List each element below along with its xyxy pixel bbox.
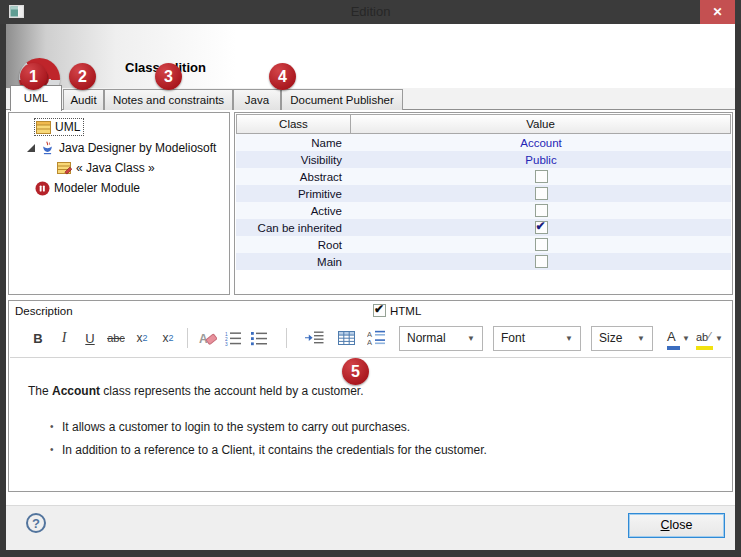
chevron-down-icon: ▼	[565, 334, 573, 343]
tree-item-java-class[interactable]: « Java Class »	[57, 158, 155, 178]
model-tree-panel: UML Java Designer by Modeliosoft « Jav	[8, 112, 230, 295]
window-title: Edition	[0, 4, 741, 19]
property-row-primitive: Primitive	[236, 185, 731, 202]
font-size-dropdown[interactable]: Size▼	[591, 326, 653, 351]
column-header-class[interactable]: Class	[236, 114, 351, 134]
tree-item-label: Java Designer by Modeliosoft	[59, 141, 216, 155]
root-checkbox[interactable]	[535, 238, 548, 251]
paragraph-style-icon[interactable]: A A	[365, 326, 387, 350]
strikethrough-button[interactable]: abc	[105, 326, 127, 350]
main-checkbox[interactable]	[535, 255, 548, 268]
class-properties-panel: Class Value Name Account Visibility Publ…	[234, 112, 733, 295]
tree-item-label: Modeler Module	[54, 181, 140, 195]
property-label: Primitive	[236, 188, 351, 200]
tree-item-label: « Java Class »	[76, 161, 155, 175]
callout-badge-5: 5	[342, 358, 369, 385]
chevron-down-icon: ▼	[637, 334, 645, 343]
property-table-header: Class Value	[236, 114, 731, 134]
uml-class-icon	[36, 121, 51, 134]
dialog-header: Class edition	[6, 24, 735, 88]
bold-button[interactable]: B	[27, 326, 49, 350]
primitive-checkbox[interactable]	[535, 187, 548, 200]
property-row-active: Active	[236, 202, 731, 219]
abstract-checkbox[interactable]	[535, 170, 548, 183]
callout-badge-4: 4	[269, 63, 296, 90]
help-button[interactable]: ?	[26, 513, 46, 533]
modeler-module-icon	[35, 181, 50, 196]
edition-dialog: Edition ✕ Class edition 1 2 3 4 5 UML Au…	[0, 0, 741, 557]
property-row-main: Main	[236, 253, 731, 270]
property-label: Visibility	[236, 154, 351, 166]
column-header-value[interactable]: Value	[351, 114, 731, 134]
superscript-button[interactable]: x2	[157, 326, 179, 350]
callout-badge-1: 1	[20, 63, 47, 90]
title-bar[interactable]: Edition ✕	[0, 0, 741, 24]
property-label: Name	[236, 137, 351, 149]
description-panel: Description HTML B I U abc x2 x2 A 1 2	[8, 300, 733, 492]
insert-table-icon[interactable]	[335, 326, 357, 350]
tab-java[interactable]: Java	[233, 89, 281, 110]
description-bullet-2: In addition to a reference to a Client, …	[62, 443, 487, 457]
java-icon	[40, 141, 55, 155]
svg-text:3: 3	[225, 342, 228, 346]
tree-item-uml[interactable]: UML	[35, 117, 83, 137]
window-close-button[interactable]: ✕	[700, 0, 735, 24]
italic-button[interactable]: I	[53, 326, 75, 350]
font-color-icon[interactable]: A ▼	[667, 327, 690, 350]
property-row-root: Root	[236, 236, 731, 253]
property-label: Abstract	[236, 171, 351, 183]
tree-item-label: UML	[55, 120, 80, 134]
property-label: Can be inherited	[236, 222, 351, 234]
tab-bar: UML Audit Notes and constraints Java Doc…	[6, 88, 735, 110]
description-editor[interactable]: The Account class represents the account…	[10, 358, 731, 490]
property-row-can-be-inherited: Can be inherited	[236, 219, 731, 236]
description-label: Description	[15, 305, 73, 317]
indent-icon[interactable]	[303, 326, 325, 350]
paragraph-style-dropdown[interactable]: Normal▼	[399, 326, 483, 351]
tree-expander-icon[interactable]	[27, 144, 35, 152]
chevron-down-icon: ▼	[682, 334, 690, 343]
html-checkbox[interactable]	[373, 304, 386, 317]
svg-text:A: A	[367, 338, 372, 346]
property-label: Active	[236, 205, 351, 217]
callout-badge-2: 2	[69, 63, 96, 90]
property-row-name: Name Account	[236, 134, 731, 151]
java-class-icon	[57, 162, 72, 175]
close-button[interactable]: Close	[628, 513, 725, 538]
dialog-footer: ? Close	[6, 505, 735, 550]
description-bullet-1: It allows a customer to login to the sys…	[62, 420, 410, 434]
can-be-inherited-checkbox[interactable]	[535, 221, 548, 234]
chevron-down-icon: ▼	[715, 334, 723, 343]
property-label: Main	[236, 256, 351, 268]
property-row-abstract: Abstract	[236, 168, 731, 185]
tab-notes-and-constraints[interactable]: Notes and constraints	[104, 89, 233, 110]
bullet-list-icon[interactable]	[248, 326, 270, 350]
highlight-color-icon[interactable]: ab∕ ▼	[696, 327, 723, 350]
visibility-value-field[interactable]: Public	[351, 154, 731, 166]
active-checkbox[interactable]	[535, 204, 548, 217]
underline-button[interactable]: U	[79, 326, 101, 350]
chevron-down-icon: ▼	[467, 334, 475, 343]
tree-item-java-designer[interactable]: Java Designer by Modeliosoft	[27, 138, 216, 158]
tab-document-publisher[interactable]: Document Publisher	[281, 89, 403, 110]
font-family-dropdown[interactable]: Font▼	[493, 326, 581, 351]
html-checkbox-label: HTML	[390, 305, 421, 317]
numbered-list-icon[interactable]: 1 2 3	[222, 326, 244, 350]
toolbar-separator	[286, 328, 287, 348]
richtext-toolbar: B I U abc x2 x2 A 1 2 3	[25, 322, 726, 354]
toolbar-separator	[187, 328, 188, 348]
callout-badge-3: 3	[155, 63, 182, 90]
property-row-visibility: Visibility Public	[236, 151, 731, 168]
property-label: Root	[236, 239, 351, 251]
description-paragraph: The Account class represents the account…	[28, 384, 364, 398]
tree-item-modeler-module[interactable]: Modeler Module	[35, 178, 140, 198]
tab-audit[interactable]: Audit	[63, 89, 104, 110]
subscript-button[interactable]: x2	[131, 326, 153, 350]
remove-format-icon[interactable]: A	[196, 326, 218, 350]
name-value-field[interactable]: Account	[351, 137, 731, 149]
